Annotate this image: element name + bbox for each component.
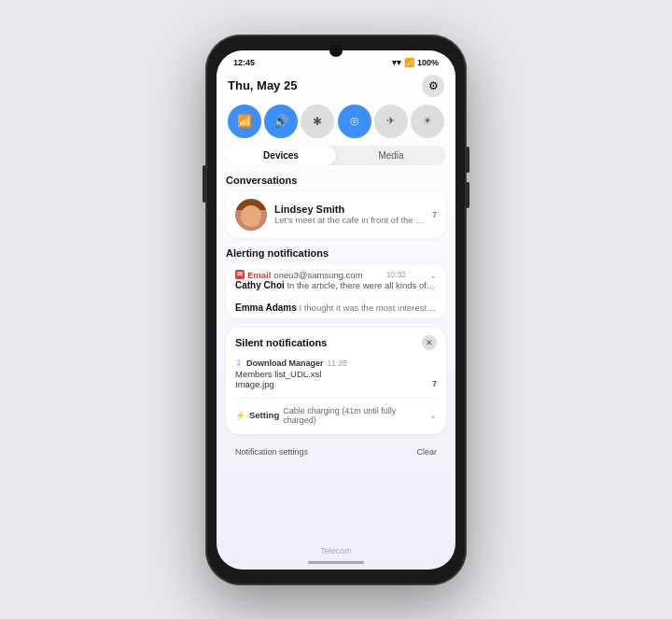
conversation-info: Lindsey Smith Let's meet at the cafe in … bbox=[274, 204, 425, 225]
conversation-badge: 7 bbox=[432, 210, 437, 219]
alert-app-name: ✉ Email oneu3@samsung.com bbox=[235, 270, 363, 280]
airplane-toggle[interactable]: ✈ bbox=[374, 105, 408, 138]
phone-shell: 12:45 ▾▾ 📶 100% Thu, May 25 ⚙ 📶 bbox=[205, 35, 467, 585]
setting-item[interactable]: ⚡ Setting Cable charging (41m until full… bbox=[235, 404, 437, 427]
conversation-name: Lindsey Smith bbox=[274, 204, 425, 215]
volume-up-button[interactable] bbox=[466, 147, 469, 173]
conversations-label: Conversations bbox=[226, 175, 446, 186]
clear-button[interactable]: Clear bbox=[416, 447, 437, 457]
home-indicator[interactable] bbox=[308, 561, 364, 564]
tab-devices[interactable]: Devices bbox=[226, 146, 336, 165]
alert-time: 10:32 bbox=[386, 270, 406, 279]
alert-emma-item[interactable]: Emma Adams I thought it was the most int… bbox=[226, 297, 446, 318]
silent-card: Silent notifications ✕ ⇩ Download Manage… bbox=[226, 328, 446, 434]
telecom-label: Telecom bbox=[217, 544, 455, 561]
wifi-status-icon: ▾▾ bbox=[392, 58, 401, 67]
sound-icon: 🔊 bbox=[273, 114, 288, 128]
bluetooth-toggle[interactable]: ✱ bbox=[301, 105, 334, 138]
wifi-icon: 📶 bbox=[237, 114, 252, 128]
status-time: 12:45 bbox=[233, 58, 255, 67]
conversation-preview: Let's meet at the cafe in front of the c… bbox=[274, 215, 425, 225]
lightning-icon: ⚡ bbox=[235, 411, 245, 420]
alerting-label: Alerting notifications bbox=[226, 247, 446, 259]
gear-icon: ⚙ bbox=[428, 79, 439, 92]
phone-screen: 12:45 ▾▾ 📶 100% Thu, May 25 ⚙ 📶 bbox=[217, 50, 455, 570]
bottom-bar: Notification settings Clear bbox=[226, 443, 446, 462]
setting-left: ⚡ Setting Cable charging (41m until full… bbox=[235, 406, 429, 425]
email-icon: ✉ bbox=[235, 270, 245, 279]
silent-file1: Members list_UDL.xsl bbox=[235, 369, 437, 379]
airplane-icon: ✈ bbox=[386, 115, 395, 127]
setting-name: Setting bbox=[249, 410, 279, 420]
flashlight-toggle[interactable]: ☀ bbox=[411, 105, 444, 138]
setting-value: Cable charging (41m until fully charged) bbox=[283, 406, 429, 425]
panel-date: Thu, May 25 bbox=[228, 78, 297, 92]
setting-expand-icon[interactable]: ⌄ bbox=[429, 410, 437, 420]
silent-file2-row: Image.jpg 7 bbox=[235, 379, 437, 389]
wifi-toggle[interactable]: 📶 bbox=[228, 105, 261, 138]
flashlight-icon: ☀ bbox=[423, 115, 432, 127]
silent-app-time: 11:35 bbox=[328, 359, 347, 368]
silent-file2: Image.jpg bbox=[235, 379, 274, 389]
nfc-toggle[interactable]: ◎ bbox=[338, 105, 371, 138]
quick-toggles: 📶 🔊 ✱ ◎ ✈ ☀ bbox=[226, 105, 446, 138]
silent-app-name: Download Manager bbox=[246, 359, 324, 368]
nfc-icon: ◎ bbox=[350, 115, 359, 127]
alert-body-1: Cathy Choi In the article, there were al… bbox=[235, 280, 437, 290]
silent-header: Silent notifications ✕ bbox=[235, 335, 437, 350]
silent-badge: 7 bbox=[432, 379, 437, 388]
volume-down-button[interactable] bbox=[466, 182, 469, 208]
notification-panel: Thu, May 25 ⚙ 📶 🔊 ✱ ◎ bbox=[217, 71, 455, 544]
alert-body-2: Emma Adams I thought it was the most int… bbox=[235, 302, 437, 313]
silent-close-button[interactable]: ✕ bbox=[422, 335, 437, 350]
expand-icon[interactable]: ⌄ bbox=[429, 270, 437, 280]
battery-status: 100% bbox=[417, 58, 439, 67]
phone-notch bbox=[329, 44, 343, 57]
tab-media[interactable]: Media bbox=[336, 146, 446, 165]
download-icon: ⇩ bbox=[235, 359, 243, 368]
status-icons: ▾▾ 📶 100% bbox=[392, 58, 439, 67]
panel-tabs: Devices Media bbox=[226, 146, 446, 165]
avatar-face bbox=[235, 199, 267, 231]
bluetooth-icon: ✱ bbox=[313, 115, 322, 128]
alerting-card: ✉ Email oneu3@samsung.com 10:32 ⌄ Cathy … bbox=[226, 264, 446, 318]
signal-status-icon: 📶 bbox=[404, 58, 414, 67]
silent-divider bbox=[235, 398, 437, 399]
download-manager-item[interactable]: ⇩ Download Manager 11:35 Members list_UD… bbox=[235, 356, 437, 392]
sound-toggle[interactable]: 🔊 bbox=[264, 105, 298, 138]
power-button[interactable] bbox=[203, 165, 206, 203]
conversation-card[interactable]: Lindsey Smith Let's meet at the cafe in … bbox=[226, 191, 446, 238]
silent-title: Silent notifications bbox=[235, 337, 327, 348]
download-manager-header: ⇩ Download Manager 11:35 bbox=[235, 359, 437, 368]
avatar bbox=[235, 199, 267, 231]
settings-button[interactable]: ⚙ bbox=[422, 75, 444, 97]
panel-header: Thu, May 25 ⚙ bbox=[226, 71, 446, 105]
alert-email-item[interactable]: ✉ Email oneu3@samsung.com 10:32 ⌄ Cathy … bbox=[226, 264, 446, 297]
notification-settings-button[interactable]: Notification settings bbox=[235, 447, 308, 457]
avatar-skin bbox=[241, 205, 261, 227]
